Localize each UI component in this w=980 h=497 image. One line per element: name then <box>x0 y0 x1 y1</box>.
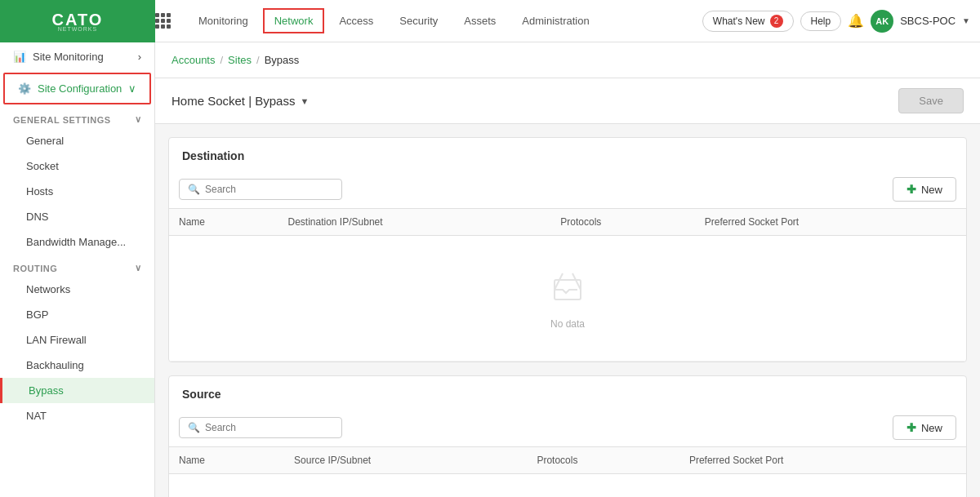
apps-grid-icon[interactable] <box>155 13 171 29</box>
source-section: Source 🔍 ✚ New Name Source IP/Subnet Pro… <box>168 375 967 497</box>
breadcrumb-bypass: Bypass <box>265 54 300 66</box>
sidebar-item-bgp[interactable]: BGP <box>0 302 154 327</box>
sidebar-item-site-configuration[interactable]: ⚙️ Site Configuration ∨ <box>3 73 151 104</box>
nav-network[interactable]: Network <box>263 8 325 33</box>
col-protocols: Protocols <box>550 209 694 236</box>
sidebar-item-socket[interactable]: Socket <box>0 153 154 179</box>
sidebar-item-lan-firewall[interactable]: LAN Firewall <box>0 327 154 353</box>
page-header: Home Socket | Bypass ▼ Save <box>155 78 980 124</box>
sidebar-item-nat[interactable]: NAT <box>0 403 154 428</box>
destination-search-icon: 🔍 <box>188 184 200 195</box>
nav-monitoring[interactable]: Monitoring <box>187 8 260 33</box>
sidebar-item-hosts[interactable]: Hosts <box>0 179 154 204</box>
chevron-right-icon: › <box>138 51 141 63</box>
tenant-dropdown-icon[interactable]: ▼ <box>962 16 970 25</box>
source-title: Source <box>169 376 966 409</box>
destination-table-header: Name Destination IP/Subnet Protocols Pre… <box>169 209 966 236</box>
destination-search-input[interactable] <box>205 184 319 195</box>
destination-title: Destination <box>169 138 966 171</box>
breadcrumb-sites[interactable]: Sites <box>228 54 252 66</box>
nav-security[interactable]: Security <box>388 8 449 33</box>
breadcrumb-accounts[interactable]: Accounts <box>172 54 215 66</box>
sidebar-item-site-monitoring[interactable]: 📊 Site Monitoring › <box>0 42 154 71</box>
destination-search-wrap[interactable]: 🔍 <box>179 179 342 200</box>
title-dropdown-icon[interactable]: ▼ <box>300 96 309 106</box>
col-name: Name <box>169 209 278 236</box>
sidebar-item-bypass[interactable]: Bypass <box>0 378 154 403</box>
main-layout: 📊 Site Monitoring › ⚙️ Site Configuratio… <box>0 42 980 497</box>
destination-new-plus-icon: ✚ <box>906 183 916 196</box>
notifications-icon[interactable]: 🔔 <box>848 13 864 29</box>
whats-new-badge: 2 <box>770 15 783 28</box>
nav-assets[interactable]: Assets <box>452 8 507 33</box>
destination-new-button[interactable]: ✚ New <box>893 177 956 202</box>
src-col-name: Name <box>169 447 284 474</box>
source-search-wrap[interactable]: 🔍 <box>179 417 342 438</box>
routing-label: ROUTING ∨ <box>0 255 154 277</box>
src-col-source-ip: Source IP/Subnet <box>284 447 527 474</box>
monitoring-icon: 📊 <box>13 51 26 63</box>
nav-right: What's New 2 Help 🔔 AK SBCS-POC ▼ <box>702 10 970 33</box>
source-new-plus-icon: ✚ <box>906 421 916 434</box>
destination-no-data: No data <box>550 318 585 330</box>
source-empty-state: No data <box>179 482 956 497</box>
breadcrumb-sep-1: / <box>220 54 223 66</box>
logo: CATO NETWORKS <box>0 0 155 42</box>
main-content: Accounts / Sites / Bypass Home Socket | … <box>155 42 980 497</box>
chevron-down-routing-icon: ∨ <box>135 263 142 273</box>
destination-section: Destination 🔍 ✚ New Name Destination IP/… <box>168 137 967 362</box>
general-settings-label: GENERAL SETTINGS ∨ <box>0 106 154 128</box>
nav-administration[interactable]: Administration <box>510 8 600 33</box>
chevron-down-general-icon: ∨ <box>135 114 142 125</box>
destination-toolbar: 🔍 ✚ New <box>169 171 966 208</box>
chevron-down-icon: ∨ <box>128 82 136 95</box>
sidebar-item-bandwidth[interactable]: Bandwidth Manage... <box>0 229 154 255</box>
nav-links: Monitoring Network Access Security Asset… <box>187 8 702 33</box>
source-new-button[interactable]: ✚ New <box>893 415 956 440</box>
breadcrumb-sep-2: / <box>256 54 260 66</box>
config-icon: ⚙️ <box>18 82 31 95</box>
sidebar: 📊 Site Monitoring › ⚙️ Site Configuratio… <box>0 42 155 497</box>
source-table: Name Source IP/Subnet Protocols Preferre… <box>169 446 966 497</box>
source-search-icon: 🔍 <box>188 422 200 433</box>
source-toolbar: 🔍 ✚ New <box>169 409 966 446</box>
empty-inbox-icon <box>548 267 587 313</box>
breadcrumb: Accounts / Sites / Bypass <box>155 42 980 78</box>
src-col-preferred-port: Preferred Socket Port <box>679 447 966 474</box>
sidebar-item-backhauling[interactable]: Backhauling <box>0 353 154 378</box>
nav-access[interactable]: Access <box>327 8 385 33</box>
sidebar-item-general[interactable]: General <box>0 128 154 153</box>
avatar[interactable]: AK <box>871 10 893 33</box>
logo-sub: NETWORKS <box>52 26 104 32</box>
whats-new-button[interactable]: What's New 2 <box>702 11 794 32</box>
save-button[interactable]: Save <box>898 88 964 113</box>
top-navigation: CATO NETWORKS Monitoring Network Access … <box>0 0 980 42</box>
destination-table: Name Destination IP/Subnet Protocols Pre… <box>169 208 966 362</box>
src-col-protocols: Protocols <box>527 447 679 474</box>
col-preferred-port: Preferred Socket Port <box>695 209 966 236</box>
help-button[interactable]: Help <box>800 11 842 31</box>
sidebar-item-networks[interactable]: Networks <box>0 277 154 302</box>
sidebar-item-dns[interactable]: DNS <box>0 204 154 229</box>
page-title: Home Socket | Bypass ▼ <box>172 94 309 108</box>
source-table-header: Name Source IP/Subnet Protocols Preferre… <box>169 447 966 474</box>
tenant-name: SBCS-POC <box>900 15 956 27</box>
destination-empty-state: No data <box>179 244 956 353</box>
source-search-input[interactable] <box>205 422 319 433</box>
col-dest-ip: Destination IP/Subnet <box>278 209 551 236</box>
